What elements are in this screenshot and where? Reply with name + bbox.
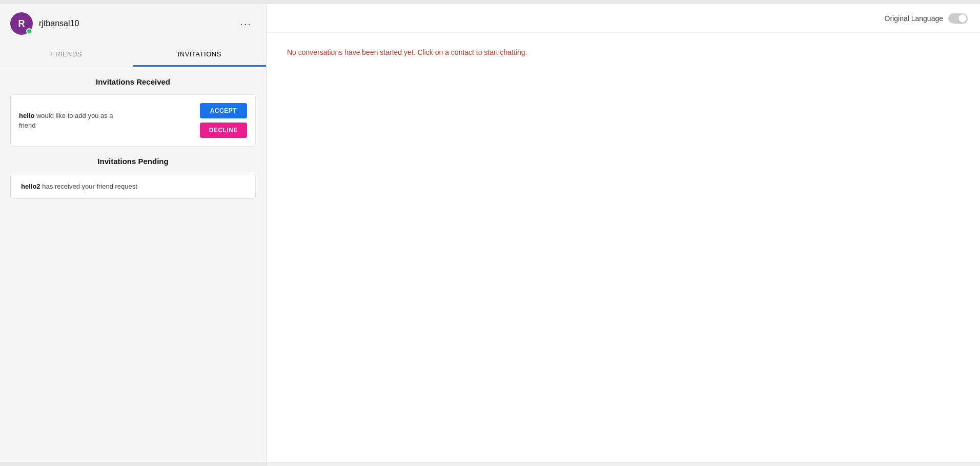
- sidebar-content: Invitations Received hello would like to…: [0, 67, 266, 462]
- online-status-indicator: [26, 28, 32, 34]
- main-panel: Original Language No conversations have …: [267, 4, 980, 462]
- sidebar-header: R rjtbansal10 ···: [0, 4, 266, 43]
- pending-message-rest: has received your friend request: [40, 183, 137, 190]
- accept-button[interactable]: ACCEPT: [200, 103, 247, 118]
- invitations-received-title: Invitations Received: [10, 77, 256, 86]
- original-language-toggle[interactable]: [948, 13, 968, 24]
- toggle-knob: [958, 14, 967, 23]
- tab-invitations[interactable]: INVITATIONS: [133, 43, 267, 67]
- pending-sender-name: hello2: [21, 183, 40, 190]
- avatar: R: [10, 12, 33, 35]
- sidebar: R rjtbansal10 ··· FRIENDS INVITATIONS In…: [0, 4, 267, 462]
- invitation-sender-name: hello: [19, 112, 34, 119]
- bottom-left: [0, 462, 267, 466]
- tabs-container: FRIENDS INVITATIONS: [0, 43, 266, 67]
- invitation-pending-card: hello2 has received your friend request: [10, 174, 256, 199]
- no-conversation-message: No conversations have been started yet. …: [287, 48, 527, 56]
- tab-friends[interactable]: FRIENDS: [0, 43, 133, 67]
- invitation-actions: ACCEPT DECLINE: [200, 103, 247, 138]
- username-label: rjtbansal10: [39, 19, 79, 28]
- more-options-button[interactable]: ···: [236, 16, 256, 32]
- main-top-bar: Original Language: [267, 4, 980, 33]
- original-language-label: Original Language: [885, 14, 943, 23]
- decline-button[interactable]: DECLINE: [200, 123, 247, 138]
- main-content-area: No conversations have been started yet. …: [267, 33, 980, 462]
- invitation-received-card: hello would like to add you as a friend …: [10, 94, 256, 147]
- invitation-received-text: hello would like to add you as a friend: [19, 111, 121, 131]
- invitations-pending-title: Invitations Pending: [10, 157, 256, 166]
- bottom-bar: [0, 462, 980, 466]
- bottom-right: [267, 462, 980, 466]
